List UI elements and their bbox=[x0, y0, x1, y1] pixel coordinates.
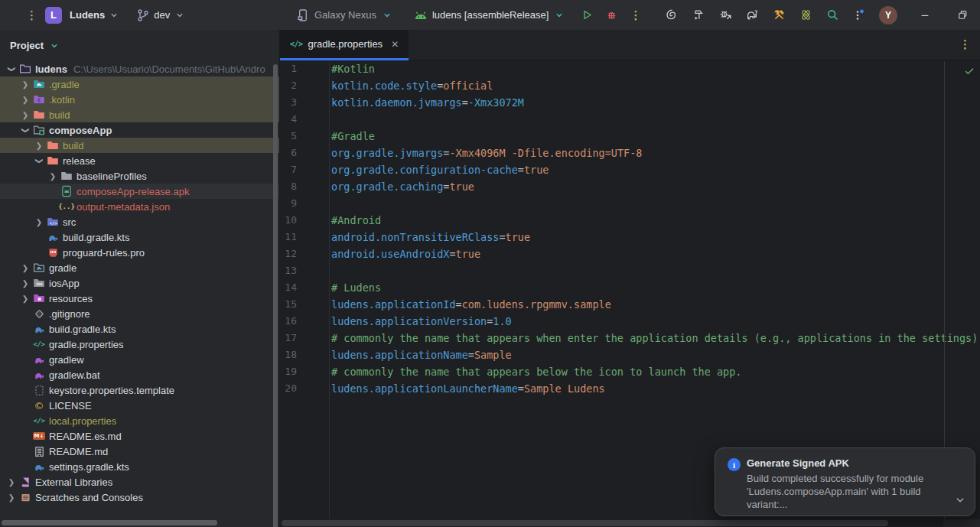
tree-row-build-gradle-kts[interactable]: build.gradle.kts bbox=[0, 229, 279, 245]
main-menu-icon[interactable]: ⋮ bbox=[26, 9, 37, 21]
debug-button[interactable] bbox=[604, 8, 618, 22]
tree-row-scratches-and-consoles[interactable]: ❯Scratches and Consoles bbox=[0, 490, 279, 505]
settings-kebab-icon[interactable] bbox=[852, 8, 866, 22]
tree-expand-chevron-icon[interactable]: ❯ bbox=[22, 96, 28, 104]
tree-row-proguard-rules-pro[interactable]: proguard-rules.pro bbox=[0, 245, 279, 260]
tree-expand-chevron-icon[interactable]: ❯ bbox=[22, 294, 28, 303]
avatar[interactable]: Y bbox=[879, 6, 897, 24]
minimize-button[interactable] bbox=[918, 8, 932, 22]
tree-row-ludens[interactable]: ❯ludensC:\Users\Usuario\Documents\GitHub… bbox=[0, 61, 279, 76]
code-line-14[interactable]: # Ludens bbox=[331, 281, 980, 298]
attach-debugger-icon[interactable] bbox=[718, 8, 732, 22]
tree-row-resources[interactable]: ❯resources bbox=[0, 291, 279, 306]
tree-row-composeapp-release-apk[interactable]: composeApp-release.apk bbox=[0, 184, 279, 199]
code-line-18[interactable]: ludens.applicationName=Sample bbox=[331, 349, 980, 366]
code-line-16[interactable]: ludens.applicationVersion=1.0 bbox=[331, 315, 980, 332]
tree-expand-chevron-icon[interactable]: ❯ bbox=[8, 478, 15, 486]
tree-row-composeapp[interactable]: ❯composeApp bbox=[0, 122, 279, 138]
project-tree-vertical-scrollbar[interactable] bbox=[273, 64, 278, 527]
inspections-ok-icon[interactable] bbox=[964, 66, 975, 79]
project-selector[interactable]: Ludens bbox=[70, 9, 118, 21]
tree-expand-chevron-icon[interactable]: ❯ bbox=[22, 264, 28, 272]
line-number: 16 bbox=[280, 315, 297, 332]
tree-row-gradlew[interactable]: gradlew bbox=[0, 352, 279, 367]
tree-row-baselineprofiles[interactable]: ❯baselineProfiles bbox=[0, 168, 279, 184]
gradle-sync-icon[interactable] bbox=[745, 8, 759, 22]
search-icon[interactable] bbox=[825, 8, 839, 22]
tab-gradle-properties[interactable]: </> gradle.properties ✕ bbox=[280, 30, 409, 60]
code-line-1[interactable]: #Kotlin bbox=[331, 63, 980, 80]
tree-row-gradle[interactable]: ❯gradle bbox=[0, 260, 279, 275]
code-line-6[interactable]: org.gradle.jvmargs=-Xmx4096M -Dfile.enco… bbox=[331, 147, 980, 164]
code-line-8[interactable]: org.gradle.caching=true bbox=[331, 181, 980, 197]
tree-row--gradle[interactable]: ❯.gradle bbox=[0, 76, 279, 92]
restore-button[interactable] bbox=[956, 8, 969, 22]
tree-expand-chevron-icon[interactable]: ❯ bbox=[22, 279, 28, 288]
tree-row-readme-es-md[interactable]: M↓README.es.md bbox=[0, 428, 279, 444]
device-phone-icon bbox=[296, 8, 310, 22]
tree-row-readme-md[interactable]: README.md bbox=[0, 444, 279, 459]
code-line-4[interactable] bbox=[331, 113, 980, 130]
code-line-3[interactable]: kotlin.daemon.jvmargs=-Xmx3072M bbox=[331, 96, 980, 113]
property-value-token: -Xmx4096M -Dfile.encoding=UTF-8 bbox=[449, 147, 642, 159]
code-line-17[interactable]: # commonly the name that appears when en… bbox=[331, 332, 980, 349]
tree-expand-chevron-icon[interactable]: ❯ bbox=[22, 111, 28, 119]
code-line-12[interactable]: android.useAndroidX=true bbox=[331, 248, 980, 265]
code-line-20[interactable]: ludens.applicationLauncherName=Sample Lu… bbox=[331, 382, 980, 399]
git-branch-selector[interactable]: dev bbox=[136, 8, 184, 22]
project-logo[interactable]: L bbox=[45, 7, 62, 24]
tree-row-build[interactable]: ❯build bbox=[0, 107, 279, 122]
tree-row-gradle-properties[interactable]: </>gradle.properties bbox=[0, 337, 279, 352]
tree-row-build-gradle-kts[interactable]: build.gradle.kts bbox=[0, 321, 279, 337]
code-line-13[interactable] bbox=[331, 265, 980, 281]
tree-row-external-libraries[interactable]: ❯External Libraries bbox=[0, 474, 279, 490]
tree-row-settings-gradle-kts[interactable]: settings.gradle.kts bbox=[0, 459, 279, 474]
tree-expand-chevron-icon[interactable]: ❯ bbox=[50, 172, 56, 181]
tree-row-local-properties[interactable]: </>local.properties bbox=[0, 413, 279, 428]
tree-collapse-chevron-icon[interactable]: ❯ bbox=[34, 158, 43, 164]
tree-row--kotlin[interactable]: ❯.kotlin bbox=[0, 92, 279, 107]
build-icon[interactable] bbox=[692, 8, 705, 22]
code-line-2[interactable]: kotlin.code.style=official bbox=[331, 80, 980, 96]
editor-horizontal-scrollbar[interactable] bbox=[282, 520, 888, 526]
notification-generate-signed-apk[interactable]: i Generate Signed APK Build completed su… bbox=[715, 447, 975, 516]
code-line-11[interactable]: android.nonTransitiveRClass=true bbox=[331, 231, 980, 248]
notification-expand-chevron[interactable] bbox=[956, 496, 965, 507]
tree-expand-chevron-icon[interactable]: ❯ bbox=[36, 142, 42, 150]
code-line-7[interactable]: org.gradle.configuration-cache=true bbox=[331, 164, 980, 181]
tree-collapse-chevron-icon[interactable]: ❯ bbox=[7, 66, 15, 72]
tree-row-license[interactable]: ©LICENSE bbox=[0, 398, 279, 413]
tree-row-iosapp[interactable]: ❯iosiosApp bbox=[0, 275, 279, 291]
tree-row-build[interactable]: ❯build bbox=[0, 138, 279, 153]
tree-expand-chevron-icon[interactable]: ❯ bbox=[8, 493, 15, 502]
tree-row-src[interactable]: ❯</>src bbox=[0, 214, 279, 229]
code-line-15[interactable]: ludens.applicationId=com.ludens.rpgmmv.s… bbox=[331, 298, 980, 315]
tree-row-output-metadata-json[interactable]: {..}output-metadata.json bbox=[0, 199, 279, 214]
line-number: 14 bbox=[280, 281, 297, 298]
project-view-selector[interactable]: Project bbox=[0, 30, 279, 61]
editor-options-kebab-icon[interactable]: ⋮ bbox=[959, 37, 971, 51]
folder-build-icon bbox=[46, 139, 60, 151]
code-line-19[interactable]: # commonly the name that appears below t… bbox=[331, 366, 980, 382]
code-content[interactable]: #Kotlinkotlin.code.style=officialkotlin.… bbox=[331, 63, 980, 399]
device-selector[interactable]: Galaxy Nexus bbox=[293, 8, 394, 22]
run-button[interactable] bbox=[580, 8, 594, 22]
atom-icon[interactable] bbox=[799, 8, 812, 22]
debug-icon bbox=[606, 9, 617, 21]
tree-expand-chevron-icon[interactable]: ❯ bbox=[36, 218, 42, 226]
code-line-10[interactable]: #Android bbox=[331, 214, 980, 231]
close-icon[interactable]: ✕ bbox=[391, 39, 399, 50]
profiler-icon[interactable] bbox=[665, 8, 679, 22]
sdk-manager-icon[interactable] bbox=[772, 8, 786, 22]
project-tree-horizontal-scrollbar[interactable] bbox=[2, 520, 217, 525]
tree-row--gitignore[interactable]: .gitignore bbox=[0, 306, 279, 321]
code-line-5[interactable]: #Gradle bbox=[331, 130, 980, 147]
tree-expand-chevron-icon[interactable]: ❯ bbox=[22, 80, 28, 89]
tree-collapse-chevron-icon[interactable]: ❯ bbox=[21, 127, 29, 133]
more-run-actions-icon[interactable]: ⋮ bbox=[630, 9, 641, 21]
tree-row-keystore-properties-template[interactable]: keystore.properties.template bbox=[0, 382, 279, 398]
tree-row-release[interactable]: ❯release bbox=[0, 153, 279, 168]
code-line-9[interactable] bbox=[331, 197, 980, 214]
run-configuration-selector[interactable]: ludens [assembleRelease] bbox=[411, 8, 566, 22]
tree-row-gradlew-bat[interactable]: gradlew.bat bbox=[0, 367, 279, 382]
